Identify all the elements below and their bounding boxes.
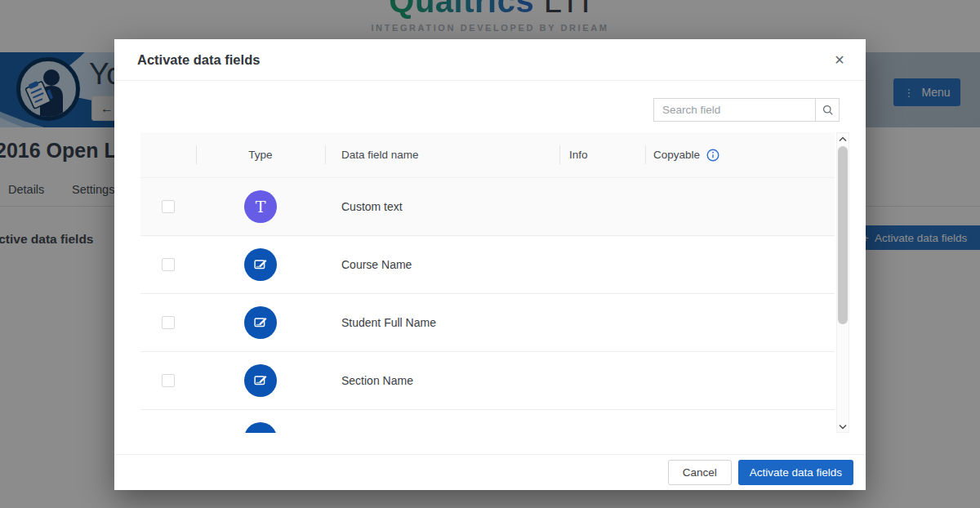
scrollbar-thumb[interactable] — [838, 146, 848, 324]
search-button[interactable] — [815, 99, 839, 121]
header-type: Type — [196, 132, 325, 177]
table-scrollbar — [836, 132, 849, 433]
scroll-up-button[interactable] — [837, 133, 849, 145]
header-copyable: Copyable — [645, 132, 835, 177]
edit-field-icon — [244, 248, 277, 281]
edit-icon — [252, 314, 270, 332]
modal-header: Activate data fields — [114, 39, 866, 81]
search-icon — [822, 104, 834, 116]
row-type-cell — [196, 248, 325, 281]
edit-field-icon — [244, 306, 277, 339]
screen: Qualtrics LTI INTEGRATION DEVELOPED BY D… — [0, 0, 980, 508]
row-checkbox-cell — [140, 374, 196, 387]
row-checkbox-cell — [140, 258, 196, 271]
scrollbar-track[interactable] — [837, 145, 849, 421]
row-checkbox-cell — [140, 316, 196, 329]
row-field-name: Student Full Name — [325, 316, 559, 329]
row-field-name: Custom text — [325, 200, 559, 213]
row-checkbox-cell — [140, 200, 196, 213]
cancel-button[interactable]: Cancel — [668, 460, 732, 485]
edit-icon — [252, 372, 270, 390]
row-type-cell — [196, 306, 325, 339]
table-row: T Custom text — [140, 178, 835, 236]
table-header-row: Type Data field name Info Copyable — [140, 132, 835, 178]
table-row: Student Full Name — [140, 294, 835, 352]
data-fields-table: Type Data field name Info Copyable — [140, 132, 849, 433]
header-data-field-name: Data field name — [325, 132, 559, 177]
chevron-down-icon — [839, 424, 847, 430]
close-icon[interactable]: ✕ — [830, 51, 849, 70]
row-type-cell — [196, 422, 325, 433]
custom-text-icon-letter: T — [256, 198, 266, 216]
table-row: Section Name — [140, 352, 835, 410]
search-input[interactable] — [654, 99, 815, 121]
row-checkbox[interactable] — [162, 316, 175, 329]
table-row: Course Name — [140, 236, 835, 294]
row-checkbox[interactable] — [162, 258, 175, 271]
row-checkbox[interactable] — [162, 374, 175, 387]
custom-text-icon: T — [244, 190, 277, 223]
edit-icon — [252, 256, 270, 274]
row-type-cell — [196, 364, 325, 397]
row-type-cell: T — [196, 190, 325, 223]
modal-title: Activate data fields — [137, 52, 260, 68]
header-info: Info — [559, 132, 645, 177]
activate-data-fields-modal: Activate data fields ✕ Type Data field n… — [114, 39, 866, 490]
row-field-name: Course Name — [325, 258, 559, 271]
table-row — [140, 410, 835, 433]
activate-data-fields-submit-button[interactable]: Activate data fields — [738, 460, 853, 485]
edit-field-icon — [244, 422, 277, 433]
header-copyable-label: Copyable — [653, 149, 700, 161]
edit-field-icon — [244, 364, 277, 397]
header-checkbox-column — [140, 132, 196, 177]
row-checkbox[interactable] — [162, 200, 175, 213]
scroll-down-button[interactable] — [837, 421, 849, 432]
chevron-up-icon — [839, 136, 847, 142]
modal-footer: Cancel Activate data fields — [114, 454, 866, 490]
search-box — [653, 98, 840, 122]
info-icon[interactable] — [706, 149, 719, 162]
row-field-name: Section Name — [325, 374, 559, 387]
